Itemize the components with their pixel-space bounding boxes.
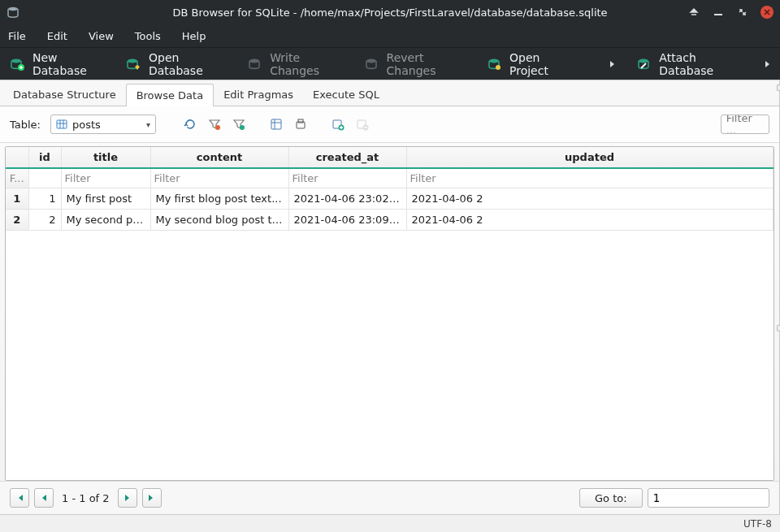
page-last-button[interactable] [142,488,162,508]
table-icon [56,119,67,130]
open-database-label: Open Database [149,51,226,77]
cell-content[interactable]: My first blog post text... [150,188,288,210]
svg-point-6 [366,58,376,63]
new-database-label: New Database [32,51,105,77]
col-id[interactable]: id [28,147,61,168]
goto-input[interactable] [648,488,769,508]
menu-edit[interactable]: Edit [44,27,71,45]
rowhdr: 1 [6,188,28,210]
close-icon[interactable] [760,6,774,19]
dock-float-icon[interactable] [777,325,780,331]
tab-edit-pragmas[interactable]: Edit Pragmas [214,84,303,106]
menu-bar: File Edit View Tools Help [0,24,780,47]
main-toolbar: New Database Open Database Write Changes… [0,47,780,80]
data-grid[interactable]: id title content created_at updated F...… [5,146,774,481]
app-db-icon [6,6,20,19]
svg-rect-10 [57,120,67,128]
maximize-icon[interactable] [736,6,749,19]
col-updated-at[interactable]: updated [406,147,773,168]
table-label: Table: [10,119,41,131]
tab-execute-sql[interactable]: Execute SQL [303,84,389,106]
menu-view[interactable]: View [85,27,117,45]
window-title: DB Browser for SQLite - /home/max/Projec… [0,6,780,19]
goto-button[interactable]: Go to: [579,488,643,508]
left-pane: Database Structure Browse Data Edit Prag… [0,80,780,514]
page-first-button[interactable] [10,488,29,508]
browse-toolbar: Table: posts ▾ Filter ... [0,106,779,143]
filter-updated[interactable]: Filter [406,168,773,188]
clear-filters-button[interactable] [206,116,223,132]
table-selected: posts [72,119,101,131]
svg-point-7 [489,58,499,63]
filter-any-input[interactable]: Filter ... [721,115,769,134]
cell-created[interactable]: 2021-04-06 23:02:49 [288,188,406,210]
page-prev-button[interactable] [34,488,54,508]
menu-file[interactable]: File [5,27,29,45]
table-row[interactable]: 1 1 My first post My first blog post tex… [6,188,773,210]
cell-id[interactable]: 2 [28,210,61,231]
db-write-icon [247,57,262,71]
status-encoding: UTF-8 [743,518,772,530]
minimize-icon[interactable] [712,6,725,19]
tab-browse-data[interactable]: Browse Data [126,84,214,106]
filter-title[interactable]: Filter [61,168,150,188]
filter-content[interactable]: Filter [150,168,288,188]
add-record-button[interactable] [330,116,346,132]
filter-id[interactable] [28,168,61,188]
cell-id[interactable]: 1 [28,188,61,210]
export-button[interactable] [292,116,309,132]
cell-updated[interactable]: 2021-04-06 2 [406,188,773,210]
refresh-button[interactable] [182,116,198,132]
keep-above-icon[interactable] [687,6,700,19]
svg-point-11 [215,125,220,130]
svg-point-0 [8,7,18,11]
open-database-button[interactable]: Open Database [123,48,229,80]
page-next-button[interactable] [118,488,137,508]
title-bar: DB Browser for SQLite - /home/max/Projec… [0,0,780,24]
table-row[interactable]: 2 2 My second post My second blog post t… [6,210,773,231]
db-revert-icon [364,57,379,71]
revert-changes-button[interactable]: Revert Changes [361,48,469,80]
cell-created[interactable]: 2021-04-06 23:09:42 [288,210,406,231]
svg-point-4 [128,58,137,63]
svg-point-5 [249,58,259,63]
col-title[interactable]: title [61,147,150,168]
save-filters-button[interactable] [231,116,247,132]
write-changes-button[interactable]: Write Changes [244,48,345,80]
filter-any-placeholder: Filter ... [726,115,764,134]
cell-updated[interactable]: 2021-04-06 2 [406,210,773,231]
svg-point-9 [639,58,648,63]
open-project-button[interactable]: Open Project [483,48,576,80]
menu-tools[interactable]: Tools [132,27,164,45]
cell-content[interactable]: My second blog post text [150,210,288,231]
grid-filter-row: F... Filter Filter Filter Filter [6,168,773,188]
grid-empty-area [6,231,774,480]
col-created-at[interactable]: created_at [288,147,406,168]
cell-title[interactable]: My first post [61,188,150,210]
pager: 1 - 1 of 2 Go to: [0,481,779,514]
db-attach-icon [636,57,651,71]
attach-database-button[interactable]: Attach Database [633,48,745,80]
workspace: Database Structure Browse Data Edit Prag… [0,80,780,514]
cell-title[interactable]: My second post [61,210,150,231]
db-open-icon [126,57,141,71]
page-range: 1 - 1 of 2 [58,492,113,504]
main-tabs: Database Structure Browse Data Edit Prag… [0,80,779,106]
filter-created[interactable]: Filter [288,168,406,188]
overflow-left-icon[interactable] [605,57,618,71]
db-project-icon [487,57,501,71]
new-database-button[interactable]: New Database [6,48,108,80]
svg-point-2 [11,58,21,63]
col-content[interactable]: content [150,147,288,168]
tab-database-structure[interactable]: Database Structure [3,84,126,106]
filter-rowhdr: F... [6,168,28,188]
chevron-down-icon: ▾ [146,120,150,129]
print-button[interactable] [268,116,284,132]
dock-float-icon[interactable] [777,84,780,91]
table-select[interactable]: posts ▾ [50,115,156,134]
svg-rect-13 [271,119,281,129]
menu-help[interactable]: Help [179,27,210,45]
delete-record-button[interactable] [354,116,370,132]
open-project-label: Open Project [509,51,573,77]
overflow-right-icon[interactable] [760,57,774,71]
